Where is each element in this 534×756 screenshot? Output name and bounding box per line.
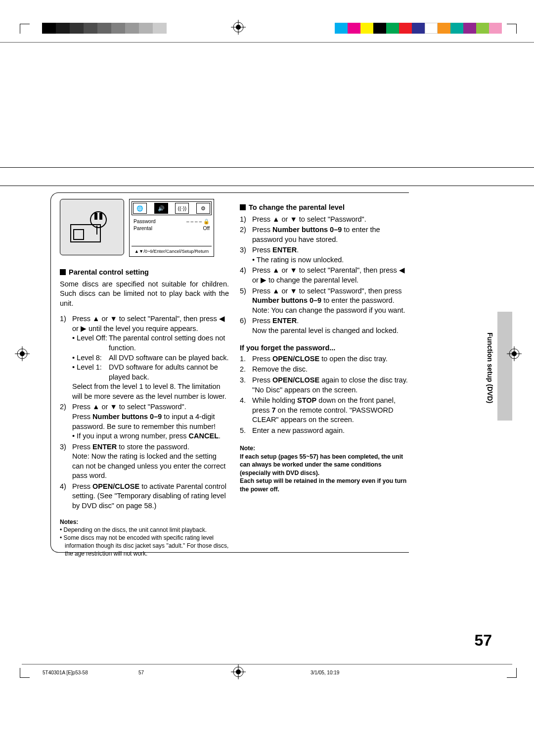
osd-password-value: – – – – <box>186 219 202 224</box>
r-step-2: Press Number buttons 0–9 to enter the pa… <box>252 225 409 244</box>
r-step-1: Press ▲ or ▼ to select "Password". <box>252 215 409 225</box>
section-heading-parental: Parental control setting <box>60 268 229 278</box>
notes-heading-left: Notes: <box>60 518 229 526</box>
page-number: 57 <box>474 630 492 651</box>
content-frame: 🌐 🔊 ((·)) ⚙ Password– – – – 🔒 ParentalOf… <box>50 192 409 553</box>
registration-mark-icon <box>507 346 522 361</box>
svg-point-13 <box>20 351 25 356</box>
crop-mark-bl <box>20 668 30 678</box>
f-step-2: Remove the disc. <box>252 365 409 375</box>
osd-password-label: Password <box>134 218 156 225</box>
tools-icon: ⚙ <box>196 203 210 214</box>
intro-text: Some discs are specified not suitable fo… <box>60 280 229 309</box>
registration-mark-icon <box>231 664 246 679</box>
speaker-icon: 🔊 <box>154 203 168 214</box>
left-column: 🌐 🔊 ((·)) ⚙ Password– – – – 🔒 ParentalOf… <box>60 199 229 558</box>
step-4: Press OPEN/CLOSE to activate Parental co… <box>72 482 229 511</box>
dolby-icon: ((·)) <box>175 203 189 214</box>
procedure-list-right: 1)Press ▲ or ▼ to select "Password". 2)P… <box>240 215 409 336</box>
f-step-3: Press OPEN/CLOSE again to close the disc… <box>252 376 409 395</box>
f-step-4: While holding STOP down on the front pan… <box>252 396 409 425</box>
step-2a: Press ▲ or ▼ to select "Password". <box>72 402 229 412</box>
svg-rect-5 <box>74 230 84 239</box>
globe-icon: 🌐 <box>133 203 147 214</box>
r-step-6: Press ENTER.Now the parental level is ch… <box>252 316 409 335</box>
f-step-5: Enter a new password again. <box>252 426 409 436</box>
crop-mark-br <box>507 668 517 678</box>
lock-icon: 🔒 <box>203 219 210 224</box>
step-2b: Press Number buttons 0–9 to input a 4-di… <box>72 412 229 431</box>
f-step-1: Press OPEN/CLOSE to open the disc tray. <box>252 354 409 364</box>
registration-mark-icon <box>231 20 246 35</box>
svg-point-6 <box>90 212 106 228</box>
step-1a: Press ▲ or ▼ to select "Parental", then … <box>72 314 229 333</box>
step-1b: Select from the level 1 to level 8. The … <box>72 382 229 401</box>
section-tab-bar <box>497 312 512 421</box>
osd-parental-value: Off <box>203 225 210 232</box>
registration-mark-icon <box>15 346 30 361</box>
footer-doc-id: 5T40301A [E]p53-58 <box>43 669 88 676</box>
section-tab-label: Function setup (DVD) <box>485 332 494 403</box>
setup-illustration <box>60 199 124 255</box>
procedure-list-left: 1) Press ▲ or ▼ to select "Parental", th… <box>60 314 229 511</box>
r-step-5: Press ▲ or ▼ to select "Password", then … <box>252 286 409 316</box>
header-rule <box>0 42 534 43</box>
note-1: • Depending on the discs, the unit canno… <box>60 526 229 534</box>
step-3b: Note: Now the rating is locked and the s… <box>72 452 229 481</box>
svg-point-21 <box>236 669 241 674</box>
footer-date: 3/1/05, 10:19 <box>311 669 339 676</box>
svg-rect-7 <box>94 213 97 220</box>
osd-screen: 🌐 🔊 ((·)) ⚙ Password– – – – 🔒 ParentalOf… <box>129 199 214 257</box>
svg-point-17 <box>512 351 517 356</box>
forgot-heading: If you forget the password... <box>240 343 409 353</box>
forgot-list: 1.Press OPEN/CLOSE to open the disc tray… <box>240 354 409 436</box>
print-calibration-bars <box>0 22 534 34</box>
retention-note: Note: If each setup (pages 55~57) has be… <box>240 444 409 493</box>
osd-parental-label: Parental <box>134 225 152 232</box>
step-3a: Press ENTER to store the password. <box>72 442 229 452</box>
step-2c: • If you input a wrong number, press CAN… <box>72 431 229 441</box>
footer-rule <box>22 664 512 664</box>
osd-footer-text: ▲▼/0~9/Enter/Cancel/Setup/Return <box>132 246 212 255</box>
svg-point-3 <box>236 25 241 30</box>
svg-rect-8 <box>99 213 102 220</box>
r-step-4: Press ▲ or ▼ to select "Parental", then … <box>252 266 409 285</box>
r-step-3: Press ENTER.• The rating is now unlocked… <box>252 245 409 265</box>
right-column: To change the parental level 1)Press ▲ o… <box>240 199 409 558</box>
title-bar <box>0 167 534 186</box>
note-2: • Some discs may not be encoded with spe… <box>60 534 229 558</box>
section-heading-change: To change the parental level <box>240 203 409 213</box>
footer-page: 57 <box>138 669 144 676</box>
